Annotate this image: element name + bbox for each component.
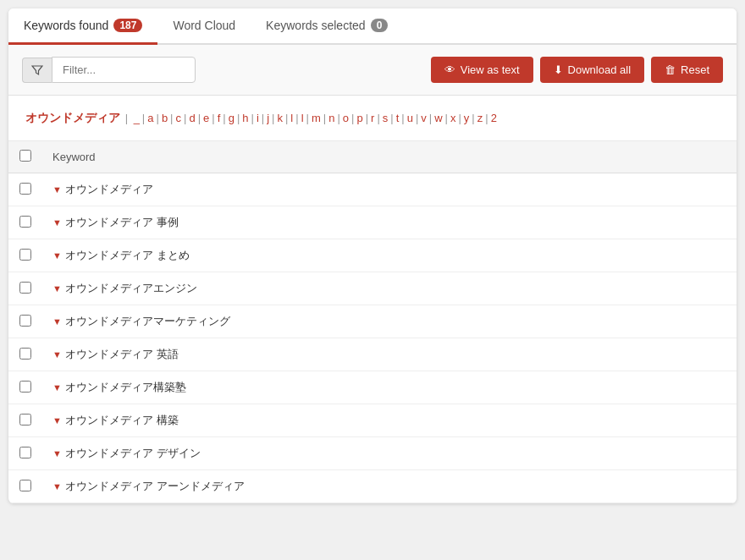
table-row: ▼オウンドメディア 構築 — [8, 404, 737, 437]
tab-keywords-selected-label: Keywords selected — [266, 19, 366, 32]
table-row: ▼オウンドメディア 英語 — [8, 338, 737, 371]
alpha-link-k[interactable]: k — [277, 112, 283, 124]
alpha-link-g[interactable]: g — [229, 112, 235, 124]
alpha-link-h[interactable]: h — [242, 112, 248, 124]
alpha-link-t[interactable]: t — [396, 112, 400, 124]
tab-word-cloud[interactable]: Word Cloud — [157, 8, 251, 45]
table-row: ▼オウンドメディアエンジン — [8, 272, 737, 305]
keyword-text: オウンドメディア 英語 — [65, 347, 179, 362]
select-all-checkbox[interactable] — [19, 150, 31, 162]
filter-icon-button[interactable] — [22, 58, 52, 83]
keyword-cell: ▼オウンドメディア 英語 — [42, 338, 737, 371]
alpha-link-2[interactable]: 2 — [491, 112, 497, 124]
expand-arrow-icon[interactable]: ▼ — [52, 481, 62, 491]
row-checkbox-cell — [8, 371, 42, 404]
row-checkbox-6[interactable] — [19, 381, 31, 393]
tab-keywords-found[interactable]: Keywords found 187 — [8, 8, 157, 45]
row-checkbox-cell — [8, 470, 42, 503]
row-checkbox-0[interactable] — [19, 183, 31, 195]
alpha-link-o[interactable]: o — [343, 112, 349, 124]
filter-input[interactable] — [52, 57, 196, 83]
view-as-text-button[interactable]: 👁 View as text — [431, 57, 533, 83]
keyword-text: オウンドメディア デザイン — [65, 446, 201, 461]
tab-keywords-found-label: Keywords found — [24, 19, 108, 32]
table-row: ▼オウンドメディアマーケティング — [8, 305, 737, 338]
row-checkbox-1[interactable] — [19, 216, 31, 228]
keyword-cell: ▼オウンドメディアマーケティング — [42, 305, 737, 338]
row-checkbox-9[interactable] — [19, 480, 31, 491]
table-row: ▼オウンドメディア — [8, 173, 737, 206]
tab-keywords-selected-badge: 0 — [371, 19, 389, 32]
alpha-link-d[interactable]: d — [189, 112, 195, 124]
select-all-header — [8, 141, 42, 173]
keyword-column-header: Keyword — [42, 141, 737, 173]
alpha-link-f[interactable]: f — [218, 112, 221, 124]
trash-icon: 🗑 — [665, 63, 676, 76]
jp-filter-link[interactable]: オウンドメディア — [25, 111, 120, 124]
sep-1: | — [125, 112, 131, 124]
eye-icon: 👁 — [444, 63, 455, 76]
row-checkbox-cell — [8, 305, 42, 338]
alpha-link-i1[interactable]: i — [257, 112, 259, 124]
expand-arrow-icon[interactable]: ▼ — [52, 415, 62, 425]
row-checkbox-3[interactable] — [19, 282, 31, 294]
alpha-link-x[interactable]: x — [450, 112, 456, 124]
row-checkbox-8[interactable] — [19, 447, 31, 458]
keyword-text: オウンドメディアマーケティング — [65, 314, 230, 329]
expand-arrow-icon[interactable]: ▼ — [52, 316, 62, 327]
alpha-link-y[interactable]: y — [464, 112, 470, 124]
alpha-link-z[interactable]: z — [477, 112, 483, 124]
alpha-link-j[interactable]: j — [267, 112, 269, 124]
alpha-link-underscore[interactable]: _ — [134, 112, 140, 124]
alpha-link-l1[interactable]: l — [290, 112, 293, 124]
alpha-link-m[interactable]: m — [312, 112, 321, 124]
table-row: ▼オウンドメディア構築塾 — [8, 371, 737, 404]
alpha-link-c[interactable]: c — [176, 112, 182, 124]
download-all-label: Download all — [568, 63, 631, 76]
tabs-bar: Keywords found 187 Word Cloud Keywords s… — [8, 8, 737, 45]
row-checkbox-5[interactable] — [19, 348, 31, 360]
download-all-button[interactable]: ⬇ Download all — [540, 57, 644, 83]
keyword-content: ▼オウンドメディア アーンドメディア — [52, 479, 726, 494]
keyword-content: ▼オウンドメディア 構築 — [52, 413, 726, 428]
row-checkbox-2[interactable] — [19, 249, 31, 261]
expand-arrow-icon[interactable]: ▼ — [52, 283, 62, 294]
keyword-table: Keyword ▼オウンドメディア▼オウンドメディア 事例▼オウンドメディア ま… — [8, 141, 737, 503]
row-checkbox-4[interactable] — [19, 315, 31, 327]
alpha-link-s[interactable]: s — [383, 112, 389, 124]
keyword-content: ▼オウンドメディア — [52, 182, 726, 197]
alpha-link-n[interactable]: n — [328, 112, 334, 124]
keyword-content: ▼オウンドメディアエンジン — [52, 281, 726, 296]
keyword-text: オウンドメディア 構築 — [65, 413, 179, 428]
reset-button[interactable]: 🗑 Reset — [651, 57, 723, 83]
table-row: ▼オウンドメディア まとめ — [8, 239, 737, 272]
alpha-link-u[interactable]: u — [407, 112, 413, 124]
expand-arrow-icon[interactable]: ▼ — [52, 250, 62, 261]
alpha-link-r[interactable]: r — [371, 112, 374, 124]
expand-arrow-icon[interactable]: ▼ — [52, 349, 62, 360]
row-checkbox-7[interactable] — [19, 414, 31, 425]
keyword-text: オウンドメディア まとめ — [65, 248, 190, 263]
tab-keywords-selected[interactable]: Keywords selected 0 — [251, 8, 403, 45]
filter-icon — [31, 64, 43, 76]
keyword-cell: ▼オウンドメディア デザイン — [42, 437, 737, 470]
expand-arrow-icon[interactable]: ▼ — [52, 217, 62, 228]
row-checkbox-cell — [8, 272, 42, 305]
alpha-link-l2[interactable]: l — [301, 112, 304, 124]
row-checkbox-cell — [8, 404, 42, 437]
download-icon: ⬇ — [554, 63, 563, 76]
alpha-link-a[interactable]: a — [147, 112, 153, 124]
expand-arrow-icon[interactable]: ▼ — [52, 184, 62, 195]
expand-arrow-icon[interactable]: ▼ — [52, 382, 62, 393]
keyword-content: ▼オウンドメディア 英語 — [52, 347, 726, 362]
alphabet-bar: オウンドメディア | _|a|b|c|d|e|f|g|h|i|j|k|l|l|m… — [8, 96, 737, 141]
table-header-row: Keyword — [8, 141, 737, 173]
alpha-link-w[interactable]: w — [434, 112, 442, 124]
expand-arrow-icon[interactable]: ▼ — [52, 448, 62, 458]
alpha-link-v[interactable]: v — [421, 112, 427, 124]
alpha-link-b[interactable]: b — [162, 112, 168, 124]
view-as-text-label: View as text — [461, 63, 520, 76]
tab-word-cloud-label: Word Cloud — [173, 19, 235, 32]
alpha-link-p[interactable]: p — [356, 112, 362, 124]
alpha-link-e[interactable]: e — [203, 112, 209, 124]
